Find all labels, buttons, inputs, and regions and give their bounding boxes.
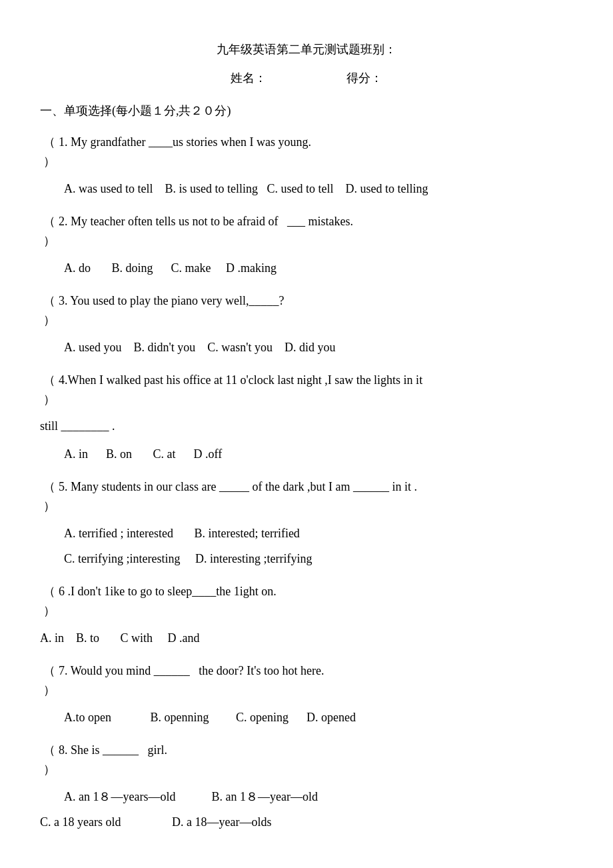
header-info: 姓名： 得分： (40, 69, 573, 88)
question-5-options-cd: C. terrifying ;interesting D. interestin… (40, 548, 573, 569)
question-2: （ ） 2. My teacher often tells us not to … (40, 211, 573, 279)
question-8: （ ） 8. She is ______ girl. A. an 1８—year… (40, 740, 573, 833)
question-7-line: （ ） 7. Would you mind ______ the door? I… (40, 661, 573, 700)
question-1-text: 1. My grandfather ____us stories when I … (59, 132, 573, 153)
question-5-line: （ ） 5. Many students in our class are __… (40, 477, 573, 516)
question-4-line: （ ） 4.When I walked past his office at 1… (40, 370, 573, 409)
question-5: （ ） 5. Many students in our class are __… (40, 477, 573, 569)
question-6-line: （ ） 6 .I don't 1ike to go to sleep____th… (40, 581, 573, 621)
question-7-text: 7. Would you mind ______ the door? It's … (59, 661, 573, 681)
name-label: 姓名： (231, 69, 267, 88)
question-7-options: A.to open B. openning C. opening D. open… (40, 707, 573, 728)
question-1: （ ） 1. My grandfather ____us stories whe… (40, 132, 573, 199)
question-4: （ ） 4.When I walked past his office at 1… (40, 370, 573, 465)
question-8-text: 8. She is ______ girl. (59, 740, 573, 761)
question-3-paren: （ ） (40, 291, 59, 330)
question-6-paren: （ ） (40, 582, 59, 621)
page-title: 九年级英语第二单元测试题班别： (40, 40, 573, 59)
question-3: （ ） 3. You used to play the piano very w… (40, 291, 573, 358)
question-6-options: A. in B. to C with D .and (40, 627, 573, 649)
question-4-text: 4.When I walked past his office at 11 o'… (59, 370, 573, 391)
question-4-paren: （ ） (40, 371, 59, 409)
question-2-options: A. do B. doing C. make D .making (40, 257, 573, 279)
question-1-paren: （ ） (40, 133, 59, 171)
question-2-line: （ ） 2. My teacher often tells us not to … (40, 211, 573, 251)
question-8-options-ab: A. an 1８—years—old B. an 1８—year—old (40, 786, 573, 807)
question-4-options: A. in B. on C. at D .off (40, 443, 573, 465)
question-5-text: 5. Many students in our class are _____ … (59, 477, 573, 497)
question-3-options: A. used you B. didn't you C. wasn't you … (40, 337, 573, 358)
page-header: 九年级英语第二单元测试题班别： 姓名： 得分： (40, 40, 573, 88)
question-3-line: （ ） 3. You used to play the piano very w… (40, 291, 573, 330)
question-8-options-cd: C. a 18 years old D. a 18—year—olds (40, 811, 573, 833)
question-7: （ ） 7. Would you mind ______ the door? I… (40, 661, 573, 728)
section1-title: 一、单项选择(每小题１分,共２０分) (40, 101, 573, 121)
question-7-paren: （ ） (40, 661, 59, 700)
question-5-paren: （ ） (40, 477, 59, 516)
question-1-options: A. was used to tell B. is used to tellin… (40, 178, 573, 199)
score-label: 得分： (346, 69, 382, 88)
question-8-paren: （ ） (40, 741, 59, 779)
question-2-paren: （ ） (40, 212, 59, 251)
question-3-text: 3. You used to play the piano very well,… (59, 291, 573, 311)
question-6: （ ） 6 .I don't 1ike to go to sleep____th… (40, 581, 573, 649)
question-1-line: （ ） 1. My grandfather ____us stories whe… (40, 132, 573, 171)
question-5-options-ab: A. terrified ; interested B. interested;… (40, 523, 573, 544)
question-6-text: 6 .I don't 1ike to go to sleep____the 1i… (59, 581, 573, 602)
question-4-cont: still ________ . (40, 416, 573, 437)
question-8-line: （ ） 8. She is ______ girl. (40, 740, 573, 779)
question-2-text: 2. My teacher often tells us not to be a… (59, 211, 573, 232)
